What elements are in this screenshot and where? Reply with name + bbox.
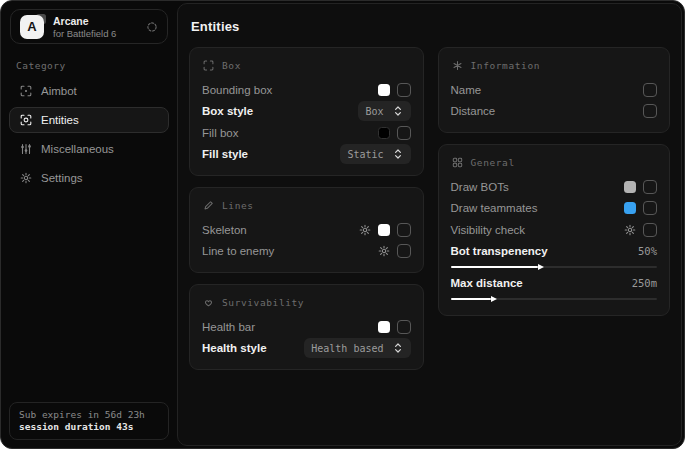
settings-gear-button-skeleton[interactable] (359, 224, 371, 236)
avatar-initial: A (20, 15, 44, 39)
dropdown-fill-style[interactable]: Static (340, 144, 410, 164)
updown-icon (392, 342, 404, 354)
sidebar-item-entities[interactable]: Entities (9, 107, 169, 133)
setting-row-health-bar: Health bar (202, 316, 411, 338)
setting-label: Distance (451, 105, 496, 117)
category-label: Category (16, 60, 177, 71)
color-swatch-skeleton[interactable] (378, 224, 390, 236)
settings-gear-button-line-to-enemy[interactable] (378, 245, 390, 257)
sliders-icon (20, 143, 32, 155)
checkbox-name[interactable] (643, 83, 657, 97)
row-controls (378, 126, 411, 140)
color-swatch-draw-bots[interactable] (624, 181, 636, 193)
card-title: Information (471, 60, 541, 71)
color-swatch-fill-box[interactable] (378, 127, 390, 139)
sub-expiry-text: Sub expires in 56d 23h (19, 408, 159, 421)
checkbox-bounding-box[interactable] (397, 83, 411, 97)
crosshair-icon (20, 85, 32, 97)
slider-track-max-distance[interactable] (451, 298, 658, 300)
gear-icon (378, 245, 390, 257)
dropdown-health-style[interactable]: Health based (304, 338, 410, 358)
box-corners-icon (203, 60, 214, 71)
card-header: Survivability (203, 297, 411, 308)
checkbox-health-bar[interactable] (397, 320, 411, 334)
sidebar-item-settings[interactable]: Settings (9, 165, 169, 191)
setting-row-fill-box: Fill box (202, 122, 411, 144)
brand-name: Arcane (53, 15, 116, 28)
pencil-line-icon (203, 200, 214, 211)
card-title: Lines (222, 200, 254, 211)
setting-label: Skeleton (202, 224, 247, 236)
setting-row-fill-style: Fill styleStatic (202, 144, 411, 166)
setting-row-bounding-box: Bounding box (202, 79, 411, 101)
heart-icon (203, 297, 214, 308)
brand-avatar: A (20, 15, 44, 39)
slider-fill (451, 266, 539, 268)
entity-scan-icon (20, 114, 32, 126)
slider-thumb[interactable] (491, 296, 497, 302)
checkbox-draw-bots[interactable] (643, 180, 657, 194)
setting-label: Name (451, 84, 482, 96)
dropdown-value: Health based (311, 343, 383, 354)
slider-fill (451, 298, 491, 300)
card-title: General (471, 157, 515, 168)
settings-gear-button-visibility-check[interactable] (624, 224, 636, 236)
card-survivability: SurvivabilityHealth barHealth styleHealt… (189, 284, 424, 370)
setting-label: Fill box (202, 127, 238, 139)
setting-label: Bounding box (202, 84, 272, 96)
sidebar-item-label: Entities (41, 114, 79, 126)
gear-icon (359, 224, 371, 236)
row-controls (643, 104, 657, 118)
row-controls (643, 83, 657, 97)
card-title: Survivability (222, 297, 304, 308)
slider-thumb[interactable] (538, 264, 544, 270)
checkbox-line-to-enemy[interactable] (397, 244, 411, 258)
sidebar: A Arcane for Battlefield 6 Category Aimb… (1, 1, 177, 448)
row-controls (378, 320, 411, 334)
slider-track-bot-transpenency[interactable] (451, 266, 658, 268)
setting-label: Visibility check (451, 224, 526, 236)
slider-label: Bot transpenency (451, 245, 548, 257)
setting-row-draw-bots: Draw BOTs (451, 176, 658, 198)
main-panel: Entities BoxBounding boxBox styleBoxFill… (177, 3, 682, 446)
setting-row-box-style: Box styleBox (202, 101, 411, 123)
checkbox-visibility-check[interactable] (643, 223, 657, 237)
card-general: GeneralDraw BOTsDraw teammatesVisibility… (438, 144, 671, 316)
setting-label: Line to enemy (202, 245, 274, 257)
row-controls (624, 201, 657, 215)
setting-label: Health style (202, 342, 267, 354)
setting-row-line-to-enemy: Line to enemy (202, 241, 411, 263)
info-asterisk-icon (452, 60, 463, 71)
dropdown-box-style[interactable]: Box (358, 101, 410, 121)
checkbox-fill-box[interactable] (397, 126, 411, 140)
row-controls (624, 180, 657, 194)
left-column: BoxBounding boxBox styleBoxFill boxFill … (189, 47, 424, 370)
setting-label: Health bar (202, 321, 255, 333)
checkbox-skeleton[interactable] (397, 223, 411, 237)
sidebar-item-aimbot[interactable]: Aimbot (9, 78, 169, 104)
slider-max-distance: Max distance250m (451, 273, 658, 305)
sidebar-item-label: Settings (41, 172, 83, 184)
setting-row-health-style: Health styleHealth based (202, 338, 411, 360)
checkbox-distance[interactable] (643, 104, 657, 118)
color-swatch-draw-teammates[interactable] (624, 202, 636, 214)
row-controls: Static (340, 144, 410, 164)
card-information: InformationNameDistance (438, 47, 671, 133)
grid-icon (452, 157, 463, 168)
slider-value: 50% (638, 245, 657, 257)
subscription-info-box: Sub expires in 56d 23h session duration … (9, 402, 169, 440)
checkbox-draw-teammates[interactable] (643, 201, 657, 215)
card-header: Lines (203, 200, 411, 211)
card-header: Information (452, 60, 658, 71)
card-box: BoxBounding boxBox styleBoxFill boxFill … (189, 47, 424, 176)
sidebar-item-miscellaneous[interactable]: Miscellaneous (9, 136, 169, 162)
slider-label: Max distance (451, 277, 523, 289)
row-controls (378, 244, 411, 258)
color-swatch-health-bar[interactable] (378, 321, 390, 333)
sidebar-item-label: Miscellaneous (41, 143, 114, 155)
app-window: A Arcane for Battlefield 6 Category Aimb… (0, 0, 685, 449)
color-swatch-bounding-box[interactable] (378, 84, 390, 96)
page-title: Entities (191, 19, 670, 34)
dropdown-value: Box (365, 106, 383, 117)
gear-icon (20, 172, 32, 184)
